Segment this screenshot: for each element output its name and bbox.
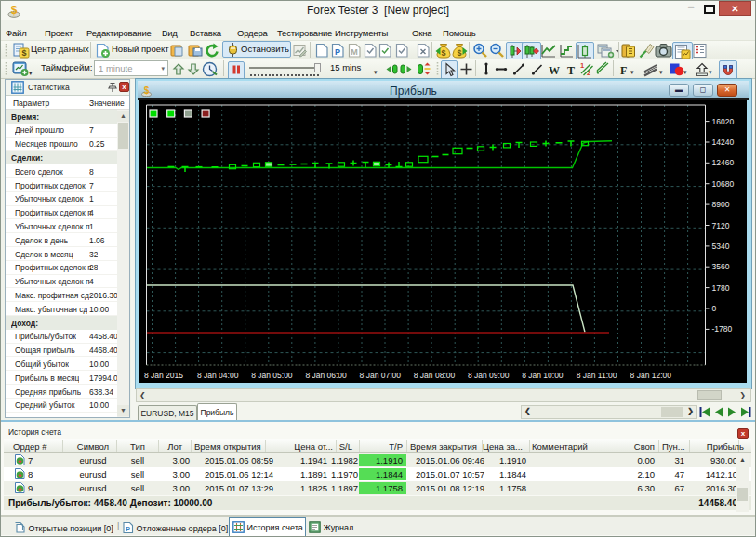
svg-text:8900: 8900	[712, 200, 730, 209]
svg-text:8 Jan 12:00: 8 Jan 12:00	[630, 371, 672, 380]
svg-text:$: $	[144, 85, 150, 96]
svg-text:-1780: -1780	[712, 324, 733, 334]
svg-text:8 Jan 10:00: 8 Jan 10:00	[522, 371, 564, 380]
svg-text:$: $	[441, 48, 445, 58]
svg-text:8 Jan 07:00: 8 Jan 07:00	[360, 371, 402, 380]
svg-text:0: 0	[712, 304, 717, 313]
svg-text:8 Jan 08:00: 8 Jan 08:00	[414, 371, 456, 380]
svg-text:8 Jan 2015: 8 Jan 2015	[144, 371, 183, 380]
svg-text:$: $	[21, 48, 26, 58]
svg-text:1: 1	[580, 61, 584, 70]
svg-text:M: M	[351, 47, 358, 57]
svg-text:8 Jan 05:00: 8 Jan 05:00	[251, 371, 293, 380]
svg-text:12460: 12460	[712, 158, 735, 167]
svg-text:1780: 1780	[712, 283, 730, 293]
svg-text:10680: 10680	[712, 179, 735, 189]
svg-text:5340: 5340	[712, 242, 730, 251]
svg-text:16020: 16020	[712, 117, 735, 126]
svg-text:14240: 14240	[712, 138, 735, 147]
svg-text:8 Jan 09:00: 8 Jan 09:00	[468, 371, 510, 380]
svg-text:8 Jan 11:00: 8 Jan 11:00	[577, 371, 617, 380]
svg-text:8 Jan 06:00: 8 Jan 06:00	[305, 371, 347, 380]
svg-text:P: P	[126, 526, 130, 532]
svg-text:7120: 7120	[712, 221, 730, 230]
svg-text:P: P	[335, 47, 340, 57]
svg-text:$: $	[457, 48, 461, 58]
svg-text:8 Jan 04:00: 8 Jan 04:00	[197, 371, 239, 380]
svg-text:3560: 3560	[712, 262, 730, 271]
